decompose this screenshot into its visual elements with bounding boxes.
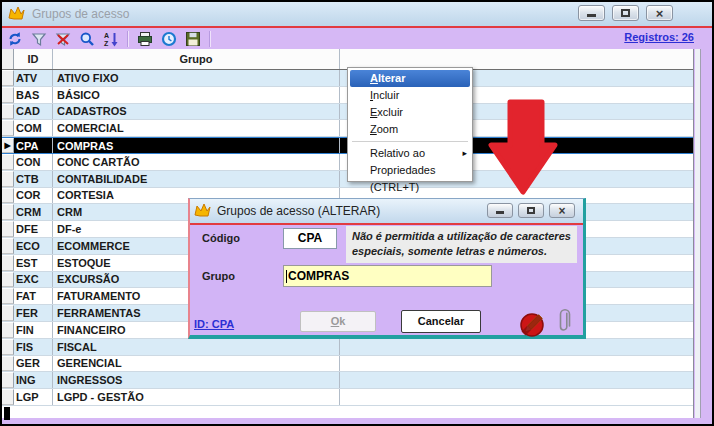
scrollbar-track[interactable]: [695, 49, 701, 418]
row-selector[interactable]: [2, 389, 14, 405]
screenshot-frame: Grupos de acesso ×: [0, 0, 714, 426]
sort-button[interactable]: A Z: [101, 30, 121, 48]
row-selector[interactable]: [2, 120, 14, 136]
cell-filler: [340, 389, 693, 405]
save-button[interactable]: [183, 30, 203, 48]
cancel-button[interactable]: Cancelar: [401, 310, 481, 333]
grupo-field[interactable]: COMPRAS: [283, 265, 492, 287]
cell-filler: [340, 372, 693, 388]
cell-grupo: COMPRAS: [53, 138, 340, 153]
row-selector[interactable]: [2, 255, 14, 271]
print-button[interactable]: [135, 30, 155, 48]
row-selector[interactable]: [2, 104, 14, 120]
cell-id: EST: [14, 255, 53, 271]
row-selector[interactable]: [2, 339, 14, 355]
table-row[interactable]: GERGERENCIAL: [2, 356, 693, 373]
toolbar: A Z: [2, 28, 712, 49]
cell-id: CAD: [14, 104, 53, 120]
menu-item-alterar[interactable]: Alterar: [350, 70, 470, 87]
annotation-arrow-icon: [486, 98, 560, 198]
dialog-close-button[interactable]: ×: [549, 203, 575, 218]
dialog-title: Grupos de acesso (ALTERAR): [217, 204, 380, 218]
row-selector[interactable]: [2, 87, 14, 103]
main-window: Grupos de acesso ×: [2, 2, 712, 424]
minimize-button[interactable]: [578, 5, 605, 21]
close-button[interactable]: ×: [646, 5, 673, 21]
row-selector[interactable]: [2, 288, 14, 304]
row-selector[interactable]: [2, 372, 14, 388]
ok-button[interactable]: Ok: [300, 311, 376, 332]
cell-id: LGP: [14, 389, 53, 405]
cell-grupo: BÁSICO: [53, 87, 340, 103]
warning-line-2: especiais, somente letras e números.: [352, 244, 571, 259]
menu-item-excluir[interactable]: Excluir: [348, 104, 472, 121]
window-controls: ×: [578, 5, 673, 21]
row-selector[interactable]: [2, 238, 14, 254]
row-selector[interactable]: [2, 70, 14, 86]
row-selector[interactable]: [2, 272, 14, 288]
column-header-id[interactable]: ID: [14, 49, 53, 69]
refresh-button[interactable]: [5, 30, 25, 48]
text-caret: [286, 270, 287, 283]
paperclip-icon[interactable]: [556, 307, 571, 337]
dialog-minimize-button[interactable]: [487, 203, 513, 218]
id-link[interactable]: ID: CPA: [194, 318, 234, 330]
cell-id: CON: [14, 154, 53, 170]
cell-id: ECO: [14, 238, 53, 254]
row-selector[interactable]: [2, 171, 14, 187]
cell-id: FAT: [14, 288, 53, 304]
dialog-titlebar[interactable]: Grupos de acesso (ALTERAR) ×: [190, 199, 583, 223]
warning-message: Não é permitida a utilização de caracter…: [346, 226, 577, 263]
clock-button[interactable]: [159, 30, 179, 48]
cell-id: COM: [14, 120, 53, 136]
clear-filter-icon: [55, 31, 71, 47]
cell-id: COR: [14, 188, 53, 204]
header-gutter: [2, 49, 14, 69]
no-edit-icon[interactable]: [518, 309, 548, 339]
cell-grupo: INGRESSOS: [53, 372, 340, 388]
menu-item-relativo-ao[interactable]: Relativo ao▸: [348, 145, 472, 162]
cell-grupo: CONTABILIDADE: [53, 171, 340, 187]
cell-id: FIN: [14, 322, 53, 338]
row-selector[interactable]: ▶: [2, 138, 14, 153]
row-selector[interactable]: [2, 322, 14, 338]
table-row[interactable]: INGINGRESSOS: [2, 372, 693, 389]
cell-id: FER: [14, 305, 53, 321]
window-title: Grupos de acesso: [32, 7, 129, 21]
column-header-grupo[interactable]: Grupo: [53, 49, 340, 69]
cell-id: FIS: [14, 339, 53, 355]
row-selector[interactable]: [2, 305, 14, 321]
save-icon: [185, 31, 201, 47]
table-row[interactable]: FISFISCAL: [2, 339, 693, 356]
cell-filler: [340, 356, 693, 372]
row-selector[interactable]: [2, 204, 14, 220]
cell-grupo: LGPD - GESTÃO: [53, 389, 340, 405]
cell-grupo: COMERCIAL: [53, 120, 340, 136]
toolbar-separator: [127, 31, 129, 47]
menu-item-incluir[interactable]: Incluir: [348, 87, 472, 104]
grupo-value: COMPRAS: [288, 269, 349, 283]
submenu-arrow-icon: ▸: [462, 145, 467, 162]
clear-filter-button[interactable]: [53, 30, 73, 48]
maximize-icon: [621, 9, 630, 17]
row-selector[interactable]: [2, 154, 14, 170]
close-icon: ×: [656, 7, 664, 20]
svg-text:Z: Z: [104, 40, 109, 47]
main-titlebar[interactable]: Grupos de acesso ×: [2, 2, 712, 26]
row-selector[interactable]: [2, 188, 14, 204]
menu-item-propriedades-ctrl-t[interactable]: Propriedades (CTRL+T): [348, 162, 472, 179]
dialog-maximize-button[interactable]: [518, 203, 544, 218]
codigo-field[interactable]: CPA: [283, 228, 337, 249]
cell-id: GER: [14, 356, 53, 372]
row-selector[interactable]: [2, 356, 14, 372]
menu-item-zoom[interactable]: Zoom: [348, 121, 472, 138]
row-selector[interactable]: [2, 221, 14, 237]
table-row[interactable]: LGPLGPD - GESTÃO: [2, 389, 693, 406]
zoom-search-button[interactable]: [77, 30, 97, 48]
refresh-icon: [7, 31, 23, 47]
registros-link[interactable]: Registros: 26: [624, 31, 694, 43]
maximize-button[interactable]: [612, 5, 639, 21]
text-cursor-mark: [4, 407, 10, 420]
filter-button[interactable]: [29, 30, 49, 48]
cell-id: ATV: [14, 70, 53, 86]
